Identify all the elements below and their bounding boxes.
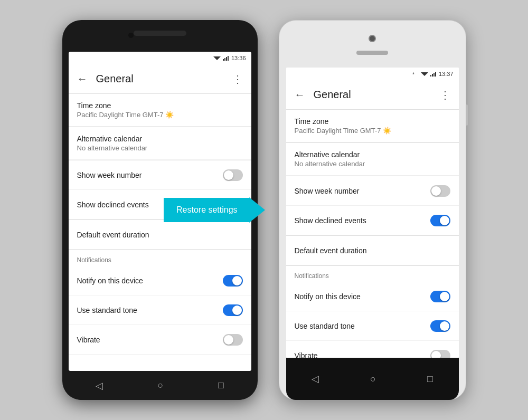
nav-recent-icon-left[interactable]: □ [218, 380, 224, 391]
setting-timezone-left[interactable]: Time zone Pacific Daylight Time GMT-7 ☀️ [69, 94, 251, 127]
speaker-left [134, 31, 186, 36]
svg-text:*: * [412, 72, 414, 77]
app-header-right: ← General ⋮ [286, 80, 459, 110]
time-right: 13:37 [439, 71, 454, 77]
nav-home-icon-left[interactable]: ○ [158, 380, 164, 391]
toggle-weeknum-left[interactable] [223, 169, 243, 181]
nav-home-icon-right[interactable]: ○ [370, 374, 376, 385]
setting-tone-left[interactable]: Use standard tone [69, 295, 251, 325]
speaker-right [356, 51, 388, 55]
settings-content-left: Time zone Pacific Daylight Time GMT-7 ☀️… [69, 94, 251, 371]
timezone-label-right: Time zone [295, 117, 450, 126]
nav-back-icon-left[interactable]: ◁ [96, 380, 103, 392]
settings-content-right: Time zone Pacific Daylight Time GMT-7 ☀️… [286, 110, 459, 358]
weeknum-label-right: Show week number [295, 187, 430, 195]
setting-altcal-left[interactable]: Alternative calendar No alternative cale… [69, 127, 251, 160]
setting-altcal-right[interactable]: Alternative calendar No alternative cale… [286, 143, 459, 176]
svg-marker-6 [421, 72, 428, 76]
toggle-vibrate-left[interactable] [223, 334, 243, 346]
setting-tone-right[interactable]: Use standard tone [286, 311, 459, 341]
status-bar-right: * 13:37 [286, 68, 459, 80]
power-button-right [466, 104, 468, 126]
svg-rect-9 [433, 73, 435, 77]
altcal-sublabel-left: No alternative calendar [77, 144, 243, 152]
weeknum-label-left: Show week number [77, 171, 223, 179]
notify-label-right: Notify on this device [295, 292, 430, 301]
svg-rect-1 [223, 59, 224, 61]
altcal-label-left: Alternative calendar [77, 135, 243, 143]
vibrate-label-right: Vibrate [295, 351, 430, 358]
altcal-sublabel-right: No alternative calendar [295, 160, 450, 168]
signal-icon-right [430, 71, 437, 77]
svg-marker-0 [213, 56, 221, 60]
screen-right: * 13:37 ← General ⋮ Time zone [286, 68, 459, 358]
setting-vibrate-left[interactable]: Vibrate [69, 325, 251, 355]
page-title-right: General [314, 89, 431, 101]
signal-icon [223, 55, 229, 61]
restore-arrow[interactable]: Restore settings [164, 198, 250, 222]
section-notifications-right: Notifications [286, 266, 459, 282]
app-header-left: ← General ⋮ [69, 64, 251, 94]
svg-rect-2 [224, 58, 225, 61]
nav-bar-left: ◁ ○ □ [69, 371, 251, 400]
settings-list-left: Time zone Pacific Daylight Time GMT-7 ☀️… [69, 94, 251, 355]
setting-declined-right[interactable]: Show declined events [286, 206, 459, 235]
menu-button-right[interactable]: ⋮ [440, 89, 450, 101]
svg-rect-10 [435, 72, 436, 77]
setting-duration-right[interactable]: Default event duration [286, 236, 459, 265]
tone-label-right: Use standard tone [295, 322, 430, 330]
altcal-label-right: Alternative calendar [295, 150, 450, 159]
toggle-weeknum-right[interactable] [430, 185, 450, 197]
time-left: 13:36 [231, 55, 246, 61]
section-notifications-left: Notifications [69, 250, 251, 266]
duration-label-left: Default event duration [77, 231, 243, 239]
duration-label-right: Default event duration [295, 246, 450, 255]
nav-recent-icon-right[interactable]: □ [427, 374, 433, 385]
status-bar-left: 13:36 [69, 52, 251, 64]
toggle-vibrate-right[interactable] [430, 350, 450, 358]
setting-weeknum-right[interactable]: Show week number [286, 176, 459, 206]
timezone-label-left: Time zone [77, 101, 243, 110]
toggle-tone-right[interactable] [430, 320, 450, 332]
svg-rect-7 [430, 75, 431, 77]
vibrate-label-left: Vibrate [77, 336, 223, 344]
back-button-left[interactable]: ← [77, 73, 88, 85]
nav-bar-right: ◁ ○ □ [286, 358, 459, 400]
setting-notify-right[interactable]: Notify on this device [286, 282, 459, 311]
restore-button[interactable]: Restore settings [164, 198, 250, 222]
setting-duration-left[interactable]: Default event duration [69, 220, 251, 250]
page-title-left: General [96, 73, 224, 85]
wifi-icon-right [421, 71, 428, 77]
back-button-right[interactable]: ← [295, 89, 305, 101]
svg-rect-3 [226, 57, 227, 61]
setting-notify-left[interactable]: Notify on this device [69, 266, 251, 295]
setting-weeknum-left[interactable]: Show week number [69, 160, 251, 190]
menu-button-left[interactable]: ⋮ [232, 73, 243, 85]
wifi-icon [213, 55, 221, 61]
nav-back-icon-right[interactable]: ◁ [312, 373, 319, 385]
timezone-sublabel-right: Pacific Daylight Time GMT-7 ☀️ [295, 127, 450, 135]
svg-rect-4 [228, 56, 229, 61]
svg-rect-8 [432, 74, 433, 77]
toggle-tone-left[interactable] [223, 304, 243, 316]
setting-timezone-right[interactable]: Time zone Pacific Daylight Time GMT-7 ☀️ [286, 110, 459, 142]
notify-label-left: Notify on this device [77, 276, 223, 285]
settings-list-right: Time zone Pacific Daylight Time GMT-7 ☀️… [286, 110, 459, 358]
right-phone: * 13:37 ← General ⋮ Time zone [279, 20, 466, 400]
toggle-notify-left[interactable] [223, 275, 243, 287]
toggle-notify-right[interactable] [430, 291, 450, 302]
camera-icon-left [128, 33, 134, 38]
camera-icon-right [369, 35, 376, 42]
bluetooth-icon: * [412, 71, 419, 77]
setting-vibrate-right[interactable]: Vibrate [286, 341, 459, 358]
toggle-declined-right[interactable] [430, 215, 450, 226]
timezone-sublabel-left: Pacific Daylight Time GMT-7 ☀️ [77, 111, 243, 119]
declined-label-right: Show declined events [295, 216, 430, 225]
tone-label-left: Use standard tone [77, 306, 223, 314]
